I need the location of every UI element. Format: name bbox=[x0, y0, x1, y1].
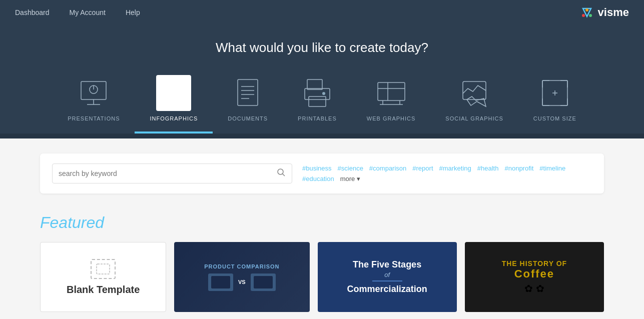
tag-nonprofit[interactable]: #nonprofit bbox=[504, 164, 533, 172]
top-navigation: Dashboard My Account Help visme bbox=[0, 0, 644, 25]
category-web-graphics[interactable]: WEB GRAPHICS bbox=[352, 70, 431, 134]
five-stages-commercialization: Commercialization bbox=[347, 284, 427, 295]
vs-text: VS bbox=[238, 279, 246, 285]
nav-dashboard[interactable]: Dashboard bbox=[15, 8, 50, 16]
blank-doc-icon bbox=[96, 263, 111, 275]
svg-rect-21 bbox=[307, 80, 322, 90]
svg-rect-46 bbox=[97, 264, 110, 274]
history-of-coffee-card[interactable]: THE HISTORY OF Coffee ✿ ✿ bbox=[465, 242, 604, 312]
more-label: more bbox=[340, 175, 355, 182]
social-graphics-label: SOCIAL GRAPHICS bbox=[445, 116, 503, 122]
hero-divider bbox=[0, 134, 644, 138]
infographics-label: INFOGRAPHICS bbox=[150, 116, 198, 122]
blank-template-card[interactable]: Blank Template bbox=[40, 242, 166, 312]
featured-grid: Blank Template Product Comparison VS The… bbox=[40, 242, 604, 312]
search-icon bbox=[277, 168, 286, 177]
documents-label: DOCUMENTS bbox=[228, 116, 268, 122]
product-comparison-title: Product Comparison bbox=[204, 264, 279, 270]
coffee-main-text: Coffee bbox=[514, 268, 554, 280]
chevron-down-icon: ▾ bbox=[357, 175, 360, 182]
featured-section: Featured Blank Template Product Comparis… bbox=[0, 208, 644, 319]
featured-title: Featured bbox=[40, 214, 604, 232]
printables-label: PRINTABLES bbox=[298, 116, 337, 122]
svg-point-4 bbox=[589, 14, 592, 17]
tags-area: #business #science #comparison #report #… bbox=[302, 164, 592, 182]
category-infographics[interactable]: INFOGRAPHICS bbox=[135, 70, 213, 134]
svg-point-0 bbox=[579, 4, 595, 20]
svg-point-3 bbox=[582, 14, 585, 17]
presentations-icon bbox=[76, 76, 111, 110]
custom-size-label: CUSTOM SIZE bbox=[533, 116, 576, 122]
categories-row: PRESENTATIONS INFOGRAPHICS bbox=[0, 70, 644, 134]
svg-point-24 bbox=[322, 92, 325, 95]
svg-rect-25 bbox=[378, 82, 405, 100]
svg-rect-23 bbox=[309, 96, 326, 106]
tag-timeline[interactable]: #timeline bbox=[539, 164, 565, 172]
printables-icon bbox=[300, 76, 335, 110]
nav-my-account[interactable]: My Account bbox=[70, 8, 106, 16]
laptop-left-icon bbox=[208, 274, 233, 291]
five-stages-card[interactable]: The Five Stages of Commercialization bbox=[318, 242, 457, 312]
web-graphics-icon bbox=[374, 76, 409, 110]
tag-marketing[interactable]: #marketing bbox=[439, 164, 471, 172]
category-documents[interactable]: DOCUMENTS bbox=[213, 70, 283, 134]
visme-logo-icon bbox=[578, 4, 596, 22]
tag-comparison[interactable]: #comparison bbox=[369, 164, 406, 172]
svg-rect-16 bbox=[238, 80, 258, 106]
visme-logo-text: visme bbox=[598, 6, 629, 19]
presentations-label: PRESENTATIONS bbox=[68, 116, 120, 122]
app-logo[interactable]: visme bbox=[578, 4, 629, 22]
tag-health[interactable]: #health bbox=[477, 164, 499, 172]
nav-links: Dashboard My Account Help bbox=[15, 8, 140, 16]
category-printables[interactable]: PRINTABLES bbox=[283, 70, 352, 134]
hero-heading: What would you like to create today? bbox=[0, 40, 644, 56]
category-custom-size[interactable]: CUSTOM SIZE bbox=[518, 70, 591, 134]
svg-line-45 bbox=[283, 174, 285, 176]
five-stages-divider bbox=[372, 280, 402, 282]
social-graphics-icon bbox=[457, 76, 492, 110]
infographics-icon bbox=[156, 76, 191, 110]
laptop-screen-left bbox=[211, 276, 230, 288]
documents-icon bbox=[230, 76, 265, 110]
search-input-wrapper bbox=[52, 164, 292, 184]
search-button[interactable] bbox=[277, 168, 286, 179]
laptop-right-icon bbox=[251, 274, 276, 291]
svg-point-2 bbox=[585, 8, 588, 12]
category-presentations[interactable]: PRESENTATIONS bbox=[53, 70, 135, 134]
laptop-screen-right bbox=[254, 276, 273, 288]
more-tags-button[interactable]: more ▾ bbox=[340, 175, 361, 182]
tag-science[interactable]: #science bbox=[338, 164, 363, 172]
tag-report[interactable]: #report bbox=[412, 164, 433, 172]
tag-business[interactable]: #business bbox=[302, 164, 332, 172]
search-input[interactable] bbox=[59, 170, 273, 178]
custom-size-icon bbox=[537, 76, 572, 110]
blank-template-icon bbox=[91, 259, 116, 279]
search-section: #business #science #comparison #report #… bbox=[0, 138, 644, 208]
search-container: #business #science #comparison #report #… bbox=[40, 154, 604, 194]
coffee-history-title: THE HISTORY OF bbox=[502, 260, 567, 268]
five-stages-of: of bbox=[384, 271, 390, 278]
category-social-graphics[interactable]: SOCIAL GRAPHICS bbox=[430, 70, 518, 134]
blank-template-label: Blank Template bbox=[67, 284, 140, 296]
svg-point-44 bbox=[278, 169, 283, 174]
hero-section: What would you like to create today? PRE… bbox=[0, 25, 644, 134]
five-stages-title: The Five Stages bbox=[353, 259, 421, 270]
product-vs-area: VS bbox=[208, 274, 276, 291]
svg-rect-5 bbox=[81, 82, 106, 100]
tag-education[interactable]: #education bbox=[302, 175, 334, 182]
product-comparison-card[interactable]: Product Comparison VS bbox=[174, 242, 309, 312]
web-graphics-label: WEB GRAPHICS bbox=[367, 116, 416, 122]
nav-help[interactable]: Help bbox=[126, 8, 140, 16]
svg-marker-32 bbox=[467, 96, 486, 106]
